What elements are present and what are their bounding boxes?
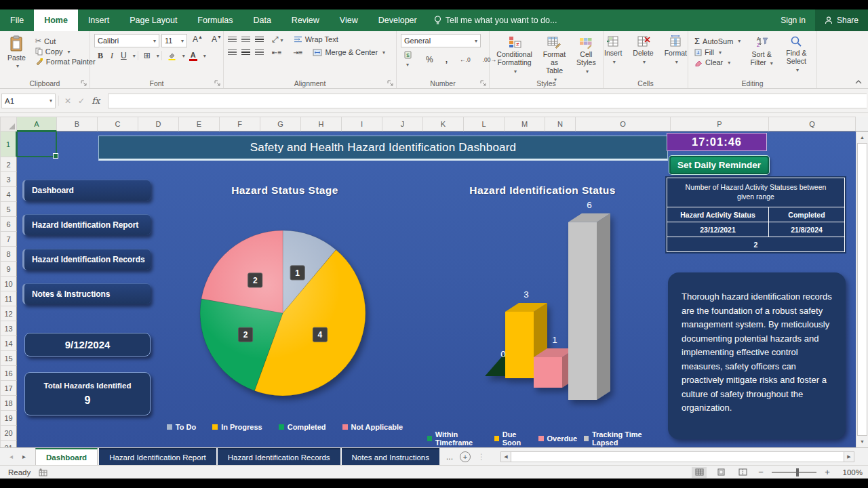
sheet-nav-left-icon[interactable]: ◂ (9, 453, 13, 460)
sheet-tab-dashboard[interactable]: Dashboard (35, 448, 98, 465)
set-daily-reminder-button[interactable]: Set Daily Reminder (669, 156, 769, 174)
scroll-down-icon[interactable]: ▼ (856, 436, 868, 447)
number-format-select[interactable]: General▾ (401, 34, 481, 47)
increase-decimal-button[interactable]: ←.0 (456, 56, 474, 64)
row-header-21[interactable]: 21 (0, 441, 17, 447)
orientation-button[interactable]: ⤢▾ (269, 34, 287, 45)
collapse-ribbon-icon[interactable] (854, 79, 863, 84)
zoom-in-icon[interactable]: + (823, 467, 831, 477)
delete-cells-button[interactable]: Delete▾ (629, 34, 656, 66)
percent-style-button[interactable]: % (422, 54, 437, 65)
zoom-level[interactable]: 100% (838, 468, 863, 476)
nav-button-hazard-identification-report[interactable]: Hazard Identification Report (22, 214, 151, 235)
column-header-P[interactable]: P (671, 117, 769, 131)
column-header-I[interactable]: I (342, 117, 382, 131)
ribbon-tab-insert[interactable]: Insert (78, 9, 119, 31)
active-cell-selection[interactable] (17, 131, 57, 157)
column-header-E[interactable]: E (179, 117, 220, 131)
column-header-A[interactable]: A (17, 117, 57, 131)
increase-indent-button[interactable]: ⇥≡ (290, 48, 306, 57)
shrink-font-button[interactable]: A▼ (208, 34, 225, 47)
sheet-tab-hazard-identification-records[interactable]: Hazard Identification Records (218, 448, 340, 465)
fill-color-dropdown-icon[interactable]: ▾ (182, 53, 185, 59)
ribbon-tab-view[interactable]: View (330, 9, 368, 31)
fill-button[interactable]: Fill▾ (692, 47, 743, 57)
row-header-10[interactable]: 10 (0, 277, 17, 291)
name-box[interactable]: A1▾ (1, 94, 56, 108)
sheet-tab-hazard-identification-report[interactable]: Hazard Identification Report (99, 448, 216, 465)
column-header-K[interactable]: K (423, 117, 464, 131)
row-header-17[interactable]: 17 (0, 381, 17, 396)
sheet-tab-notes-and-instructions[interactable]: Notes and Instructions (342, 448, 439, 465)
clear-button[interactable]: Clear▾ (692, 58, 743, 67)
fill-color-button[interactable] (164, 51, 180, 61)
italic-button[interactable]: I (107, 50, 117, 62)
format-cells-button[interactable]: Format▾ (661, 34, 690, 66)
row-header-16[interactable]: 16 (0, 366, 17, 381)
cell-styles-button[interactable]: Cell Styles ▾ (573, 34, 599, 76)
grow-font-button[interactable]: A▲ (189, 34, 206, 47)
column-header-F[interactable]: F (220, 117, 260, 131)
column-header-D[interactable]: D (138, 117, 179, 131)
normal-view-icon[interactable] (692, 467, 707, 478)
enter-icon[interactable]: ✓ (78, 96, 85, 106)
find-select-button[interactable]: Find & Select ▾ (781, 34, 812, 75)
row-header-3[interactable]: 3 (0, 172, 17, 187)
format-painter-button[interactable]: Format Painter (33, 57, 98, 66)
paste-button[interactable]: Paste▾ (4, 34, 29, 70)
row-header-20[interactable]: 20 (0, 426, 17, 441)
ribbon-tab-page-layout[interactable]: Page Layout (119, 9, 187, 31)
row-header-9[interactable]: 9 (0, 262, 17, 277)
autosum-button[interactable]: ΣAutoSum▾ (692, 35, 743, 47)
font-name-select[interactable]: Calibri▾ (94, 34, 159, 47)
row-header-19[interactable]: 19 (0, 411, 17, 426)
ribbon-tab-formulas[interactable]: Formulas (187, 9, 243, 31)
row-header-8[interactable]: 8 (0, 247, 17, 262)
insert-cells-button[interactable]: Insert▾ (601, 34, 625, 66)
horizontal-scroll-thumb[interactable] (511, 452, 844, 462)
row-header-5[interactable]: 5 (0, 202, 17, 217)
row-header-12[interactable]: 12 (0, 306, 17, 321)
row-header-14[interactable]: 14 (0, 336, 17, 351)
column-header-B[interactable]: B (57, 117, 98, 131)
underline-button[interactable]: U (117, 50, 130, 61)
share-button[interactable]: Share (815, 9, 868, 31)
page-layout-view-icon[interactable] (713, 467, 728, 478)
align-middle-icon[interactable] (241, 37, 250, 43)
vertical-scrollbar[interactable]: ▲ ▼ (856, 131, 868, 447)
cut-button[interactable]: ✂Cut (33, 36, 98, 46)
column-header-N[interactable]: N (545, 117, 576, 131)
nav-button-hazard-identification-records[interactable]: Hazard Identification Records (22, 249, 151, 270)
macro-record-icon[interactable] (39, 468, 48, 476)
decrease-indent-button[interactable]: ⇤≡ (269, 48, 285, 57)
row-header-7[interactable]: 7 (0, 232, 17, 247)
alignment-dialog-launcher-icon[interactable] (387, 80, 394, 87)
row-header-2[interactable]: 2 (0, 157, 17, 172)
ribbon-tab-home[interactable]: Home (34, 9, 78, 31)
align-right-icon[interactable] (255, 49, 264, 56)
column-header-O[interactable]: O (576, 117, 671, 131)
copy-button[interactable]: Copy▾ (33, 47, 98, 56)
row-header-1[interactable]: 1 (0, 131, 17, 157)
align-bottom-icon[interactable] (255, 37, 264, 43)
select-all-corner[interactable] (0, 117, 17, 131)
row-header-13[interactable]: 13 (0, 321, 17, 336)
vertical-scroll-thumb[interactable] (857, 143, 867, 436)
clipboard-dialog-launcher-icon[interactable] (81, 80, 87, 87)
zoom-slider-thumb[interactable] (796, 468, 799, 476)
format-as-table-button[interactable]: Format as Table ▾ (540, 34, 569, 84)
zoom-slider[interactable] (772, 472, 816, 473)
nav-button-dashboard[interactable]: Dashboard (22, 180, 151, 201)
column-header-J[interactable]: J (382, 117, 423, 131)
scroll-up-icon[interactable]: ▲ (856, 131, 868, 143)
column-header-M[interactable]: M (505, 117, 545, 131)
align-top-icon[interactable] (228, 37, 237, 43)
ribbon-tab-developer[interactable]: Developer (368, 9, 427, 31)
align-center-icon[interactable] (241, 49, 250, 56)
hscroll-right-icon[interactable]: ▶ (844, 452, 854, 462)
row-header-15[interactable]: 15 (0, 351, 17, 366)
row-header-4[interactable]: 4 (0, 187, 17, 202)
align-left-icon[interactable] (228, 49, 237, 56)
sheet-nav-right-icon[interactable]: ▸ (22, 453, 26, 460)
tell-me-box[interactable]: Tell me what you want to do... (427, 9, 564, 31)
